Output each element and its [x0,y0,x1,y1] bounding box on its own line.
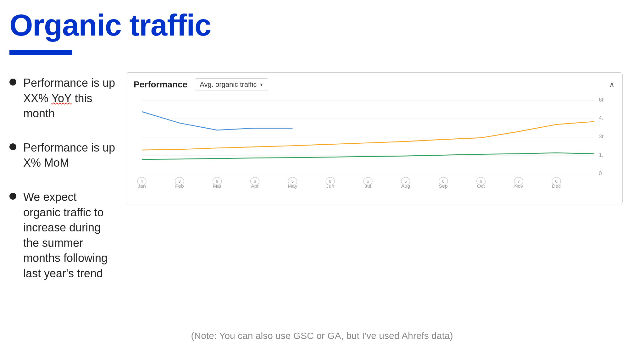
page-title: Organic traffic [9,8,211,42]
yoy-text: YoY [51,92,71,105]
svg-text:4.5M: 4.5M [599,115,603,121]
bullet-list: Performance is up XX% YoY this month Per… [9,75,116,300]
bullet-text-3: We expect organic traffic to increase du… [23,190,116,281]
svg-text:6: 6 [254,179,256,184]
svg-text:5: 5 [291,179,294,184]
bullet-item-1: Performance is up XX% YoY this month [9,75,116,121]
chart-body: 6M 4.5M 3M 1.5M 0 4 Jan 3 Feb 9 Mar [126,94,622,207]
svg-text:9: 9 [216,179,219,184]
note-text: (Note: You can also use GSC or GA, but I… [191,330,453,341]
orange-line [142,122,594,150]
blue-line [142,112,292,130]
svg-text:Jun: Jun [326,184,334,189]
bullet-text-2: Performance is up X% MoM [23,140,116,171]
bullet-dot-3 [9,193,16,200]
chevron-down-icon: ▼ [259,82,264,87]
svg-text:8: 8 [329,179,331,184]
svg-text:5: 5 [367,179,369,184]
green-line [142,153,594,159]
svg-text:Sep: Sep [439,184,447,189]
dropdown-label: Avg. organic traffic [200,80,257,89]
svg-text:Oct: Oct [477,184,485,189]
svg-text:3: 3 [178,179,181,184]
svg-text:6: 6 [480,179,482,184]
bullet-dot-2 [9,143,16,150]
svg-text:7: 7 [517,179,520,184]
bullet-text-1: Performance is up XX% YoY this month [23,75,116,121]
svg-text:May: May [288,184,297,189]
svg-text:5: 5 [404,179,407,184]
chart-container: Performance Avg. organic traffic ▼ ∧ 6M … [126,72,623,204]
svg-text:Aug: Aug [401,184,410,189]
chart-header: Performance Avg. organic traffic ▼ ∧ [126,73,622,94]
svg-text:6M: 6M [599,97,603,102]
avg-organic-traffic-dropdown[interactable]: Avg. organic traffic ▼ [195,78,268,91]
svg-text:1.5M: 1.5M [599,152,603,158]
chart-title: Performance [134,80,187,90]
svg-text:Mar: Mar [213,184,222,189]
svg-text:Feb: Feb [175,184,184,189]
svg-text:Apr: Apr [251,184,259,189]
title-underline [9,50,72,55]
svg-text:Jan: Jan [138,184,146,189]
collapse-button[interactable]: ∧ [609,80,615,89]
svg-text:6: 6 [555,179,558,184]
svg-text:0: 0 [599,170,602,176]
chart-svg: 6M 4.5M 3M 1.5M 0 4 Jan 3 Feb 9 Mar [132,97,603,191]
svg-text:Dec: Dec [552,184,561,189]
svg-text:3M: 3M [599,134,603,140]
bullet-item-2: Performance is up X% MoM [9,140,116,171]
svg-text:4: 4 [141,179,143,184]
svg-text:Jul: Jul [365,184,371,189]
svg-text:Nov: Nov [514,184,523,189]
bullet-item-3: We expect organic traffic to increase du… [9,190,116,281]
svg-text:6: 6 [442,179,445,184]
bullet-dot-1 [9,79,16,86]
